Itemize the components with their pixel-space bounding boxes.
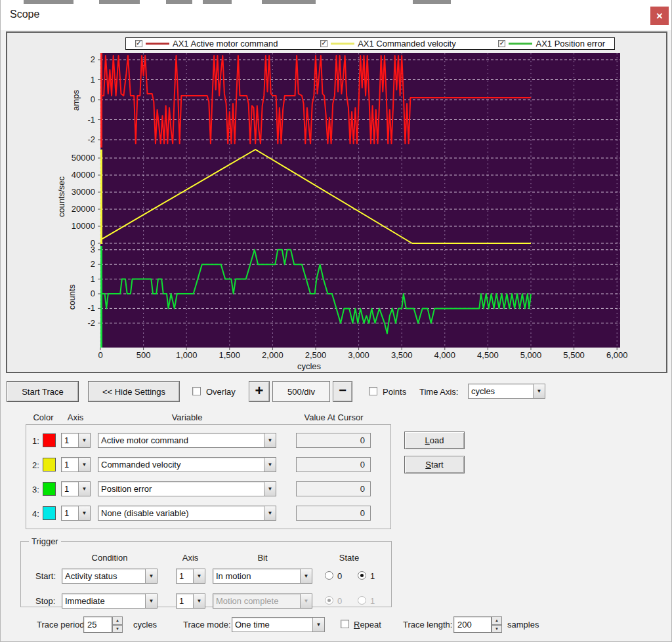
y-axis-title: amps	[71, 90, 81, 111]
cursor-value: 0	[360, 435, 365, 445]
hide-settings-button[interactable]: << Hide Settings	[88, 381, 180, 402]
plot-panel: AX1 Active motor command AX1 Commanded v…	[6, 31, 667, 373]
trigger-header-state: State	[316, 553, 382, 563]
time-per-div-value: 500/div	[287, 387, 315, 397]
x-tick-label: 6,000	[606, 350, 628, 360]
overlay-checkbox[interactable]	[192, 387, 201, 395]
start-trace-button[interactable]: Start Trace	[7, 381, 79, 402]
variable-dropdown-1[interactable]: Active motor command▼	[98, 433, 276, 448]
x-tick-label: 2,000	[262, 350, 284, 360]
trace-color-swatch[interactable]	[43, 482, 56, 496]
chevron-down-icon: ▼	[533, 384, 545, 398]
trace-length-label: Trace length:	[403, 620, 452, 630]
state-radio-0	[325, 596, 333, 605]
y-tick-label: 0	[57, 289, 95, 298]
menu-fragment	[262, 0, 316, 4]
chevron-down-icon: ▼	[300, 594, 312, 608]
start-trace-label: Start Trace	[22, 387, 64, 397]
x-tick-label: 500	[136, 350, 151, 360]
state-radio-0[interactable]	[325, 571, 333, 580]
chevron-down-icon: ▼	[264, 482, 276, 496]
menu-fragment	[99, 0, 140, 4]
variable-value: None (disable variable)	[98, 506, 264, 520]
variable-value: Commanded velocity	[98, 458, 264, 471]
legend-checkbox[interactable]	[135, 40, 142, 47]
trigger-stop-condition-dropdown[interactable]: Immediate▼	[62, 593, 158, 609]
column-header-value: Value At Cursor	[276, 412, 391, 422]
repeat-checkbox[interactable]	[341, 620, 349, 628]
chevron-down-icon: ▼	[78, 506, 90, 520]
page-title: Scope	[10, 9, 39, 20]
axis-dropdown-2[interactable]: 1▼	[61, 457, 91, 472]
legend-label: AX1 Position error	[536, 39, 605, 49]
trace-mode-value: One time	[232, 618, 312, 632]
value-at-cursor-3: 0	[296, 481, 371, 496]
trigger-start-axis-dropdown[interactable]: 1▼	[176, 569, 205, 584]
legend-line-swatch	[146, 43, 169, 45]
zoom-in-button[interactable]: +	[249, 381, 270, 402]
trace-mode-label: Trace mode:	[183, 620, 231, 630]
spin-up-icon[interactable]: ▲	[492, 616, 502, 625]
variable-dropdown-3[interactable]: Position error▼	[98, 481, 276, 496]
x-tick-label: 4,000	[434, 350, 456, 360]
chevron-down-icon: ▼	[264, 458, 276, 471]
x-tick-label: 1,000	[176, 350, 198, 360]
points-checkbox[interactable]	[369, 387, 377, 395]
trace-mode-dropdown[interactable]: One time▼	[232, 617, 325, 632]
chevron-down-icon: ▼	[145, 569, 157, 583]
x-tick-label: 5,000	[520, 350, 542, 360]
row-number: 2:	[32, 460, 39, 470]
trace-length-input[interactable]: 200	[453, 616, 492, 633]
start-button[interactable]: Start	[404, 456, 465, 473]
spin-down-icon[interactable]: ▼	[112, 625, 123, 633]
time-axis-dropdown[interactable]: cycles▼	[468, 384, 545, 399]
variable-value: Active motor command	[98, 433, 264, 447]
legend-checkbox[interactable]	[320, 40, 327, 47]
close-button[interactable]: ✕	[650, 7, 669, 25]
y-tick-label: 20000	[57, 204, 95, 214]
axis-value: 1	[177, 569, 193, 583]
legend-item: AX1 Active motor command	[135, 39, 278, 49]
trace-period-input[interactable]: 25	[83, 616, 112, 633]
variable-dropdown-2[interactable]: Commanded velocity▼	[98, 457, 276, 472]
trigger-start-condition-dropdown[interactable]: Activity status▼	[62, 569, 158, 584]
bit-value: Motion complete	[213, 594, 300, 608]
plot-area[interactable]: 210-1-2amps50000400003000020000100000cou…	[100, 53, 620, 348]
trigger-start-bit-dropdown[interactable]: In motion▼	[213, 569, 312, 584]
legend-checkbox[interactable]	[498, 40, 505, 47]
axis-dropdown-3[interactable]: 1▼	[61, 481, 91, 496]
spin-up-icon[interactable]: ▲	[112, 616, 123, 625]
load-button[interactable]: Load	[404, 431, 465, 449]
axis-dropdown-1[interactable]: 1▼	[61, 433, 91, 448]
x-tick-label: 5,500	[563, 350, 585, 360]
legend-item: AX1 Position error	[498, 39, 605, 49]
trigger-stop-axis-dropdown[interactable]: 1▼	[176, 593, 205, 609]
spin-down-icon[interactable]: ▼	[492, 625, 502, 633]
trace-color-swatch[interactable]	[43, 458, 56, 471]
trace-color-swatch[interactable]	[43, 433, 56, 447]
scope-window: { "window": { "title": "Scope", "close":…	[0, 0, 672, 642]
hide-settings-label: << Hide Settings	[102, 387, 165, 397]
state-radio-0-label: 0	[337, 596, 342, 606]
trace-length-unit: samples	[507, 620, 539, 630]
trace-color-swatch[interactable]	[43, 506, 56, 520]
x-tick-label: 3,000	[348, 350, 369, 360]
x-tick-label: 3,500	[391, 350, 413, 360]
chevron-down-icon: ▼	[264, 506, 276, 520]
state-radio-1-label: 1	[370, 596, 375, 606]
chevron-down-icon: ▼	[312, 618, 324, 632]
title-bar: Scope ✕	[1, 0, 672, 30]
row-number: 1:	[32, 436, 39, 446]
overlay-label: Overlay	[206, 387, 236, 397]
menu-fragment	[203, 0, 232, 4]
axis-value: 1	[62, 506, 78, 520]
y-tick-label: -2	[57, 318, 95, 328]
zoom-out-button[interactable]: −	[333, 381, 352, 402]
axis-dropdown-4[interactable]: 1▼	[61, 506, 91, 521]
state-radio-1[interactable]	[358, 571, 366, 580]
row-number: 3:	[32, 485, 39, 494]
trace-period-label: Trace period:	[37, 620, 87, 630]
variable-dropdown-4[interactable]: None (disable variable)▼	[98, 506, 276, 521]
trace-length-spinner: 200 ▲▼	[453, 616, 502, 633]
x-tick-label: 4,500	[477, 350, 499, 360]
